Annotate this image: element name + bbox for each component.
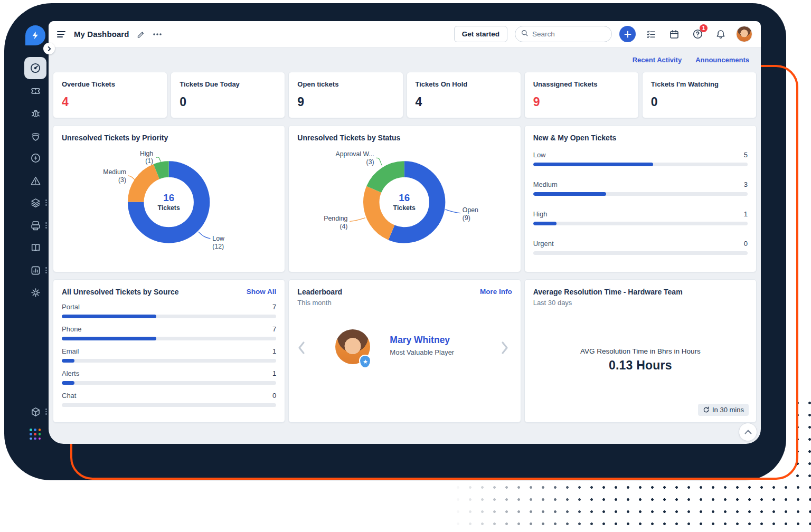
svg-text:(4): (4) [340, 223, 348, 230]
status-donut-card[interactable]: Unresolved Tickets by Status 16 Tickets … [288, 125, 521, 272]
stat-card-overdue[interactable]: Overdue Tickets 4 [53, 72, 167, 118]
carousel-prev-icon[interactable] [297, 341, 309, 357]
sidebar-item-sandbox[interactable] [29, 405, 42, 418]
bar-row: Urgent0 [533, 240, 748, 255]
leaderboard-name: Mary Whitney [390, 335, 450, 346]
sidebar-item-assets[interactable] [29, 196, 42, 209]
bar-row: Chat0 [62, 392, 276, 407]
tasks-checklist-icon[interactable] [643, 26, 659, 42]
bar-row: High1 [533, 210, 748, 225]
get-started-button[interactable]: Get started [454, 26, 507, 42]
metric-label: AVG Resolution Time in Bhrs in Hours [525, 347, 756, 355]
ellipsis-icon[interactable] [153, 33, 162, 36]
sidebar-item-dashboard[interactable] [24, 57, 46, 79]
sidebar-item-purchase[interactable] [29, 219, 42, 232]
svg-text:(3): (3) [366, 158, 374, 166]
bar-row: Medium3 [533, 180, 748, 196]
edit-pencil-icon[interactable] [137, 30, 145, 39]
leaderboard-card[interactable]: Leaderboard This month More Info ★ Mary … [288, 279, 521, 423]
card-subtitle: This month [297, 299, 342, 307]
svg-text:16: 16 [399, 192, 410, 203]
search-box[interactable] [515, 26, 612, 42]
stat-value: 9 [297, 95, 394, 109]
new-item-button[interactable] [619, 26, 636, 42]
recent-activity-link[interactable]: Recent Activity [633, 56, 682, 64]
help-badge: 1 [700, 24, 708, 32]
freshservice-logo[interactable] [25, 25, 45, 45]
stat-label: Unassigned Tickets [533, 80, 630, 88]
stat-label: Overdue Tickets [62, 80, 158, 88]
user-avatar[interactable] [736, 26, 752, 42]
stat-label: Tickets I'm Watching [651, 80, 748, 88]
calendar-icon[interactable] [666, 26, 682, 42]
svg-text:(12): (12) [212, 243, 224, 250]
svg-text:High: High [140, 150, 153, 157]
card-title: Average Resolution Time - Hardware Team [533, 288, 748, 296]
bottom-row: All Unresolved Tickets by Source Show Al… [53, 279, 757, 423]
purchase-more-icon[interactable] [45, 222, 48, 229]
stat-card-unassigned[interactable]: Unassigned Tickets 9 [524, 72, 639, 118]
card-title: Leaderboard [297, 288, 342, 296]
open-tickets-card[interactable]: New & My Open Tickets Low5 Medium3 High1 [524, 125, 757, 272]
svg-text:(9): (9) [463, 214, 470, 222]
sidebar-item-settings[interactable] [29, 286, 42, 299]
stat-label: Tickets Due Today [180, 80, 276, 88]
dot-pattern-bottom [452, 481, 811, 532]
sidebar [4, 3, 49, 480]
announcements-link[interactable]: Announcements [695, 56, 749, 64]
help-icon[interactable]: 1 [690, 26, 705, 42]
status-donut-chart: 16 Tickets Approval W... (3) Pending (4)… [297, 143, 512, 265]
bar-row: Phone7 [62, 325, 276, 340]
more-info-link[interactable]: More Info [480, 288, 512, 296]
sidebar-item-problems[interactable] [29, 107, 42, 119]
carousel-next-icon[interactable] [501, 341, 512, 357]
stat-label: Open tickets [297, 80, 394, 88]
svg-text:Low: Low [212, 235, 224, 242]
sidebar-item-changes[interactable] [29, 129, 42, 142]
bar-row: Portal7 [62, 303, 276, 318]
app-switcher-grid[interactable] [30, 429, 41, 440]
card-title: Unresolved Tickets by Priority [62, 134, 276, 142]
bell-icon[interactable] [713, 26, 729, 42]
resolution-time-card[interactable]: Average Resolution Time - Hardware Team … [524, 279, 757, 423]
search-input[interactable] [532, 30, 596, 38]
sandbox-more-icon[interactable] [45, 408, 48, 415]
svg-text:Open: Open [463, 206, 478, 214]
sidebar-collapse-toggle[interactable] [43, 43, 55, 54]
sidebar-item-releases[interactable] [29, 151, 42, 164]
stat-value: 4 [62, 95, 158, 109]
leaderboard-carousel: ★ Mary Whitney Most Valuable Player [297, 317, 512, 385]
main-content: My Dashboard Get started [49, 21, 761, 444]
source-card[interactable]: All Unresolved Tickets by Source Show Al… [53, 279, 285, 423]
stat-card-watching[interactable]: Tickets I'm Watching 0 [642, 72, 757, 118]
card-title: All Unresolved Tickets by Source [62, 288, 179, 296]
stat-card-open[interactable]: Open tickets 9 [288, 72, 403, 118]
refresh-interval-badge[interactable]: In 30 mins [698, 404, 749, 416]
star-shield-badge: ★ [359, 355, 371, 368]
sidebar-item-solutions[interactable] [29, 241, 42, 254]
stat-cards-row: Overdue Tickets 4 Tickets Due Today 0 Op… [53, 72, 757, 118]
analytics-more-icon[interactable] [45, 267, 48, 273]
menu-icon[interactable] [57, 31, 67, 38]
sidebar-item-alerts[interactable] [29, 174, 42, 187]
svg-text:Approval W...: Approval W... [336, 150, 374, 158]
svg-text:Pending: Pending [324, 215, 348, 222]
show-all-link[interactable]: Show All [247, 288, 277, 296]
card-subtitle: Last 30 days [533, 299, 748, 307]
stat-value: 0 [180, 95, 276, 109]
card-title: Unresolved Tickets by Status [297, 134, 512, 142]
priority-donut-card[interactable]: Unresolved Tickets by Priority 16 Ticket… [53, 125, 285, 272]
svg-text:16: 16 [163, 192, 174, 203]
sidebar-item-analytics[interactable] [29, 264, 42, 277]
page: My Dashboard Get started [0, 0, 811, 532]
topbar: My Dashboard Get started [49, 21, 761, 48]
sidebar-item-tickets[interactable] [29, 84, 42, 97]
stat-card-on-hold[interactable]: Tickets On Hold 4 [407, 72, 521, 118]
stat-value: 9 [533, 95, 630, 109]
assets-more-icon[interactable] [45, 200, 48, 206]
search-icon [521, 29, 529, 39]
priority-donut-chart: 16 Tickets High (1) Medium (3) Low (12) [62, 143, 276, 265]
stat-card-due-today[interactable]: Tickets Due Today 0 [171, 72, 285, 118]
scroll-to-top-button[interactable] [739, 423, 757, 441]
bar-row: Email1 [62, 347, 276, 363]
